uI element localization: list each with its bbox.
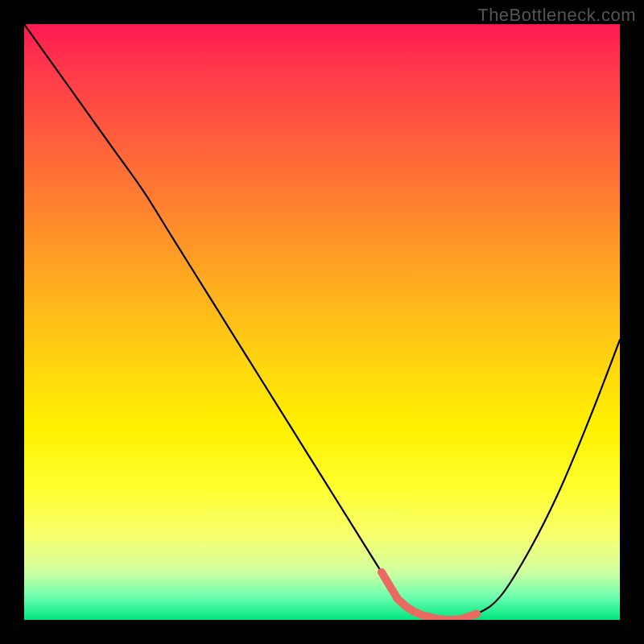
chart-title <box>0 0 1 1</box>
optimal-range-marker <box>382 572 477 620</box>
watermark-text: TheBottleneck.com <box>477 5 636 26</box>
curve-svg <box>24 24 620 620</box>
plot-area <box>24 24 620 620</box>
chart-frame: TheBottleneck.com <box>0 0 644 644</box>
bottleneck-curve <box>24 24 620 620</box>
